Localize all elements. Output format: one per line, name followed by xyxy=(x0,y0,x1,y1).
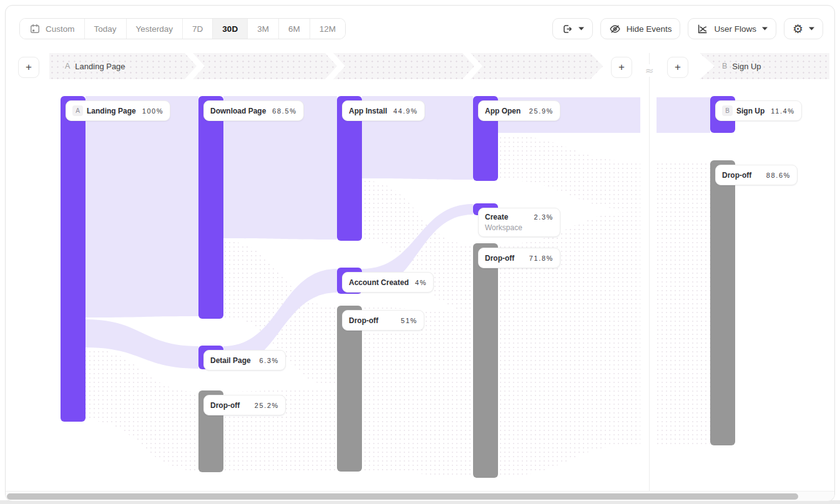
hide-events-button[interactable]: Hide Events xyxy=(600,18,681,39)
date-range-label: 30D xyxy=(222,24,238,34)
date-range-label: Custom xyxy=(46,24,75,34)
flow-section-b-to-sign-up xyxy=(657,97,710,133)
flow-landing-page-to-download-page xyxy=(85,96,198,317)
node-label-main: Detail Page xyxy=(210,356,251,365)
date-range-30d[interactable]: 30D xyxy=(212,19,247,39)
date-range-selector: CustomTodayYesterday7D30D3M6M12M xyxy=(19,18,346,39)
node-title: Detail Page xyxy=(210,356,251,365)
date-range-6m[interactable]: 6M xyxy=(278,19,310,39)
add-step-button-b[interactable]: + xyxy=(667,57,688,78)
node-percentage: 6.3% xyxy=(260,357,279,364)
node-percentage: 88.6% xyxy=(766,172,791,179)
node-label-main: Account Created xyxy=(349,278,409,287)
horizontal-scrollbar-track[interactable] xyxy=(6,491,834,502)
flow-app-open-to-section-b-dropoff xyxy=(498,135,640,210)
user-flows-card: CustomTodayYesterday7D30D3M6M12M xyxy=(5,5,835,502)
node-label-main: Drop-off xyxy=(722,171,751,180)
node-label-landing-page[interactable]: ALanding Page100% xyxy=(66,100,170,121)
settings-button[interactable]: ⚙ xyxy=(784,18,823,39)
step-name-b: Sign Up xyxy=(732,62,761,71)
chevron-separator-icon xyxy=(325,53,345,79)
node-percentage: 68.5% xyxy=(272,107,296,115)
node-label-drop-off-3[interactable]: Drop-off71.8% xyxy=(478,248,560,268)
node-label-account-created[interactable]: Account Created4% xyxy=(342,272,434,293)
node-label-download-page[interactable]: Download Page68.5% xyxy=(203,100,304,121)
node-percentage: 71.8% xyxy=(529,254,554,262)
step-band-a-label: A Landing Page xyxy=(65,53,125,79)
calendar-icon xyxy=(29,23,41,34)
node-label-main: App Install xyxy=(349,107,387,115)
node-bar-landing-page[interactable] xyxy=(61,96,85,422)
view-selector-button[interactable]: User Flows xyxy=(688,18,776,39)
node-label-main: Drop-off xyxy=(349,316,378,325)
node-label-row: Create2.3% xyxy=(485,213,554,221)
chevron-down-icon xyxy=(809,27,814,31)
chevron-separator-icon xyxy=(185,53,205,79)
step-badge: B xyxy=(722,105,733,116)
app-viewport: CustomTodayYesterday7D30D3M6M12M xyxy=(0,0,840,504)
date-range-7d[interactable]: 7D xyxy=(182,19,212,39)
chevron-down-icon xyxy=(762,27,768,31)
node-label-main: BSign Up xyxy=(722,105,764,116)
step-name-a: Landing Page xyxy=(75,62,125,71)
node-label-main: App Open xyxy=(485,107,520,115)
node-title: App Install xyxy=(349,107,387,115)
node-percentage: 44.9% xyxy=(393,107,418,115)
date-range-label: 7D xyxy=(192,24,203,34)
export-icon xyxy=(561,23,573,35)
horizontal-scrollbar-thumb[interactable] xyxy=(7,493,798,500)
node-percentage: 51% xyxy=(401,317,418,324)
date-range-label: Yesterday xyxy=(136,24,173,34)
node-title: Landing Page xyxy=(87,107,136,115)
chevron-down-icon xyxy=(579,27,584,31)
step-band-a[interactable]: A Landing Page xyxy=(49,53,603,79)
add-step-button-left[interactable]: + xyxy=(18,57,39,78)
node-label-sign-up[interactable]: BSign Up11.4% xyxy=(715,100,802,121)
node-percentage: 4% xyxy=(415,279,427,286)
node-label-app-install[interactable]: App Install44.9% xyxy=(342,100,425,121)
node-label-drop-off-4[interactable]: Drop-off88.6% xyxy=(715,165,798,185)
date-range-12m[interactable]: 12M xyxy=(310,19,345,39)
date-range-3m[interactable]: 3M xyxy=(247,19,278,39)
add-step-button-a[interactable]: + xyxy=(611,57,632,78)
node-percentage: 25.9% xyxy=(529,107,554,115)
node-percentage: 2.3% xyxy=(534,213,554,221)
date-range-custom[interactable]: Custom xyxy=(20,19,84,39)
export-button[interactable] xyxy=(552,18,593,39)
gear-icon: ⚙ xyxy=(793,23,803,35)
node-label-main: Download Page xyxy=(210,107,266,115)
join-approx-symbol: ≈ xyxy=(642,64,657,77)
date-range-label: Today xyxy=(94,24,117,34)
chevron-separator-icon xyxy=(462,53,482,79)
node-title-line2: Workspace xyxy=(485,223,554,232)
date-range-label: 3M xyxy=(257,24,269,34)
flow-section-b-to-drop-off-4 xyxy=(657,162,710,444)
node-title: Download Page xyxy=(210,107,266,115)
node-bar-download-page[interactable] xyxy=(198,96,223,319)
date-range-today[interactable]: Today xyxy=(84,19,126,39)
toolbar-actions: Hide Events User Flows xyxy=(552,18,823,39)
step-badge: A xyxy=(72,105,83,116)
flow-landing-page-to-detail-page xyxy=(85,319,198,369)
date-range-yesterday[interactable]: Yesterday xyxy=(126,19,183,39)
node-label-main: ALanding Page xyxy=(72,105,136,116)
node-label-main: Drop-off xyxy=(210,401,240,410)
node-label-app-open[interactable]: App Open25.9% xyxy=(478,100,560,121)
hide-events-label: Hide Events xyxy=(627,24,672,34)
node-percentage: 100% xyxy=(142,107,164,115)
node-percentage: 25.2% xyxy=(255,402,279,409)
node-label-detail-page[interactable]: Detail Page6.3% xyxy=(203,350,286,371)
date-range-label: 12M xyxy=(320,24,336,34)
node-label-create-workspace[interactable]: Create2.3%Workspace xyxy=(478,208,560,237)
toolbar: CustomTodayYesterday7D30D3M6M12M xyxy=(19,18,823,39)
node-title: Drop-off xyxy=(349,316,378,325)
flow-chart-icon xyxy=(696,23,708,35)
node-title: Drop-off xyxy=(485,254,514,263)
node-title: Drop-off xyxy=(210,401,240,410)
step-band-b[interactable]: B Sign Up xyxy=(700,53,829,79)
step-badge-b: B xyxy=(722,62,727,70)
node-label-drop-off-1[interactable]: Drop-off25.2% xyxy=(203,395,286,415)
node-bar-drop-off-4[interactable] xyxy=(710,160,735,445)
node-bar-drop-off-3[interactable] xyxy=(473,243,498,478)
node-label-drop-off-2[interactable]: Drop-off51% xyxy=(342,310,424,331)
